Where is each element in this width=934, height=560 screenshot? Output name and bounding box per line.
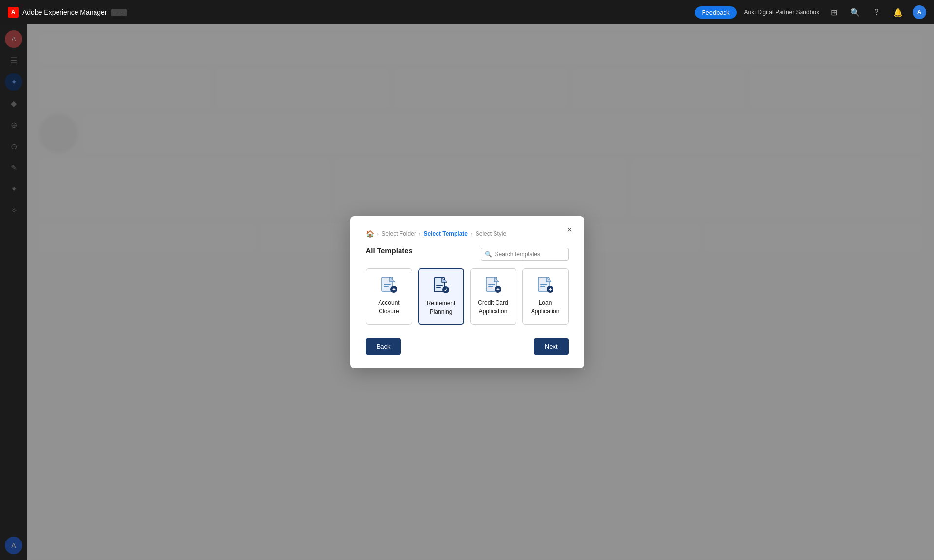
breadcrumb-sep-3: › <box>471 231 473 237</box>
close-button[interactable]: × <box>563 223 576 237</box>
template-card-account-closure[interactable]: ✦ Account Closure <box>366 268 412 325</box>
svg-rect-2 <box>384 286 389 287</box>
navbar: A Adobe Experience Manager ←→ Feedback A… <box>0 0 934 24</box>
template-card-loan-application[interactable]: ✦ Loan Application <box>522 268 569 325</box>
svg-rect-7 <box>436 287 441 288</box>
next-button[interactable]: Next <box>534 338 569 355</box>
breadcrumb-sep-2: › <box>419 231 421 237</box>
search-icon-button[interactable]: 🔍 <box>848 5 862 19</box>
svg-rect-11 <box>488 284 495 285</box>
template-label-loan-application: Loan Application <box>529 299 562 316</box>
svg-text:✦: ✦ <box>496 287 500 292</box>
select-template-modal: × 🏠 › Select Folder › Select Template › … <box>350 216 584 368</box>
template-label-retirement-planning: Retirement Planning <box>425 299 457 316</box>
template-grid: ✦ Account Closure ✓ <box>366 268 569 325</box>
user-avatar[interactable]: A <box>913 5 926 19</box>
template-label-credit-card-application: Credit Card Application <box>477 299 510 316</box>
breadcrumb: 🏠 › Select Folder › Select Template › Se… <box>366 230 569 238</box>
modal-footer: Back Next <box>366 338 569 355</box>
svg-rect-17 <box>540 286 545 287</box>
file-icon-credit-card-application: ✦ <box>484 277 502 294</box>
template-card-retirement-planning[interactable]: ✓ Retirement Planning <box>418 268 464 325</box>
navbar-tag: ←→ <box>111 9 127 16</box>
modal-overlay: × 🏠 › Select Folder › Select Template › … <box>0 24 934 560</box>
svg-text:✓: ✓ <box>444 287 448 293</box>
feedback-button[interactable]: Feedback <box>695 6 736 19</box>
svg-rect-6 <box>436 285 443 286</box>
svg-rect-12 <box>488 286 493 287</box>
breadcrumb-home-icon[interactable]: 🏠 <box>366 230 374 238</box>
breadcrumb-sep-1: › <box>377 231 379 237</box>
breadcrumb-select-template[interactable]: Select Template <box>424 230 468 237</box>
breadcrumb-select-folder[interactable]: Select Folder <box>381 230 416 237</box>
bell-icon-button[interactable]: 🔔 <box>891 5 905 19</box>
navbar-right: Feedback Auki Digital Partner Sandbox ⊞ … <box>695 5 926 19</box>
brand-title: Adobe Experience Manager <box>22 8 107 16</box>
title-search-row: All Templates 🔍 <box>366 246 569 261</box>
template-label-account-closure: Account Closure <box>372 299 406 316</box>
template-card-credit-card-application[interactable]: ✦ Credit Card Application <box>470 268 516 325</box>
help-icon-button[interactable]: ? <box>870 5 883 19</box>
adobe-icon: A <box>8 7 19 18</box>
brand: A Adobe Experience Manager ←→ <box>8 7 127 18</box>
file-icon-account-closure: ✦ <box>380 277 398 294</box>
file-icon-retirement-planning: ✓ <box>432 277 450 295</box>
search-icon: 🔍 <box>485 251 492 258</box>
file-icon-loan-application: ✦ <box>536 277 554 294</box>
breadcrumb-select-style[interactable]: Select Style <box>476 230 506 237</box>
user-text: Auki Digital Partner Sandbox <box>744 9 819 16</box>
search-input[interactable] <box>481 248 569 261</box>
svg-text:✦: ✦ <box>392 287 396 292</box>
svg-rect-1 <box>384 284 391 285</box>
back-button[interactable]: Back <box>366 338 401 355</box>
section-title: All Templates <box>366 246 413 255</box>
search-box: 🔍 <box>481 248 569 261</box>
grid-icon-button[interactable]: ⊞ <box>827 5 840 19</box>
svg-rect-16 <box>540 284 547 285</box>
svg-text:✦: ✦ <box>548 287 553 292</box>
